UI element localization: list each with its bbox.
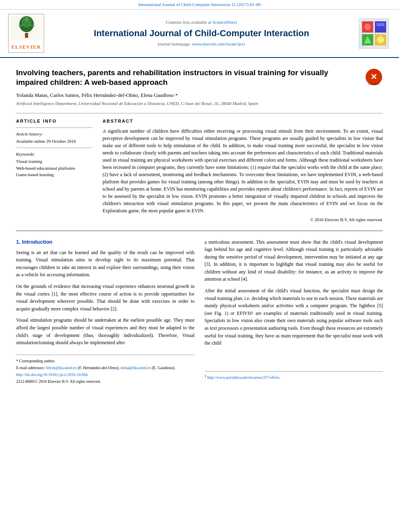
info-abstract-section: ARTICLE INFO Article history: Available … bbox=[16, 118, 383, 223]
history-label: Article history: bbox=[16, 131, 93, 137]
doi-link[interactable]: http://dx.doi.org/10.1016/j.ijcci.2016.1… bbox=[16, 372, 88, 377]
abstract-title: ABSTRACT bbox=[103, 118, 383, 124]
history-value: Available online 29 October 2016 bbox=[16, 138, 93, 144]
crossmark-logo: ✕ CrossMark bbox=[365, 68, 383, 86]
journal-homepage: journal homepage: www.elsevier.com/locat… bbox=[48, 41, 355, 47]
svg-point-12 bbox=[364, 24, 371, 30]
right-footnote-link[interactable]: http://www.portaltica.net/recursos/257/e… bbox=[207, 375, 280, 380]
email1-link[interactable]: felixh@dia.uned.es bbox=[45, 366, 77, 370]
right-para-2: After the initial assessment of the chil… bbox=[205, 287, 383, 347]
svg-rect-13 bbox=[376, 23, 385, 26]
svg-point-4 bbox=[25, 18, 28, 21]
intro-para-3: Visual stimulation programs should be un… bbox=[16, 316, 195, 346]
keyword-2: Web-based educational platforms bbox=[16, 165, 93, 172]
email2-link[interactable]: elena@dia.uned.es bbox=[121, 366, 151, 370]
article-title: Involving teachers, parents and rehabili… bbox=[16, 68, 359, 88]
elsevier-wordmark: ELSEVIER bbox=[10, 43, 42, 51]
body-divider bbox=[16, 230, 383, 231]
journal-logo-right bbox=[359, 18, 391, 49]
svg-text:CrossMark: CrossMark bbox=[368, 83, 380, 85]
authors-line: Yolanda Matas, Carlos Santos, Félix Hern… bbox=[16, 92, 383, 99]
intro-para-1: Seeing is an art that can be learned and… bbox=[16, 249, 195, 279]
sciencedirect-link[interactable]: ScienceDirect bbox=[212, 20, 237, 25]
right-footnote-line: 1 http://www.portaltica.net/recursos/257… bbox=[205, 374, 383, 380]
intro-para-2: On the grounds of evidence that increasi… bbox=[16, 283, 195, 312]
right-body-col: a meticulous assessment. This assessment… bbox=[205, 238, 383, 386]
right-para-1: a meticulous assessment. This assessment… bbox=[205, 238, 383, 283]
journal-header: ELSEVIER Contents lists available at Sci… bbox=[0, 10, 399, 58]
top-bar-text: International Journal of Child-Computer … bbox=[138, 2, 261, 7]
info-divider bbox=[16, 127, 93, 128]
footnote-superscript: 1 bbox=[205, 374, 206, 378]
doi-line: http://dx.doi.org/10.1016/j.ijcci.2016.1… bbox=[16, 372, 195, 378]
issn-line: 2212-8689/© 2016 Elsevier B.V. All right… bbox=[16, 379, 195, 384]
intro-heading: 1. Introduction bbox=[16, 238, 195, 246]
journal-logo-image bbox=[359, 18, 389, 49]
article-title-section: Involving teachers, parents and rehabili… bbox=[16, 68, 383, 88]
email-addresses-line: E-mail addresses: felixh@dia.uned.es (F.… bbox=[16, 365, 195, 371]
svg-rect-1 bbox=[25, 33, 28, 38]
abstract-panel: ABSTRACT A significant number of childre… bbox=[103, 118, 383, 223]
body-section: 1. Introduction Seeing is an art that ca… bbox=[16, 238, 383, 386]
copyright-line: © 2016 Elsevier B.V. All rights reserved… bbox=[103, 217, 383, 223]
right-footnote: 1 http://www.portaltica.net/recursos/257… bbox=[205, 371, 383, 380]
left-body-col: 1. Introduction Seeing is an art that ca… bbox=[16, 238, 195, 386]
keywords-label: Keywords: bbox=[16, 151, 93, 157]
contents-available: Contents lists available at ScienceDirec… bbox=[48, 19, 355, 25]
article-info-panel: ARTICLE INFO Article history: Available … bbox=[16, 118, 93, 223]
header-divider bbox=[16, 113, 383, 113]
keyword-3: Game-based learning bbox=[16, 171, 93, 178]
abstract-text: A significant number of children have di… bbox=[103, 127, 383, 214]
top-bar: International Journal of Child-Computer … bbox=[0, 0, 399, 10]
article-info-title: ARTICLE INFO bbox=[16, 118, 93, 124]
corresponding-label: * Corresponding author. bbox=[16, 358, 195, 364]
homepage-link[interactable]: www.elsevier.com/locate/ijcci bbox=[192, 41, 245, 46]
keyword-1: Visual training bbox=[16, 158, 93, 165]
svg-text:✕: ✕ bbox=[370, 72, 377, 81]
elsevier-logo: ELSEVIER bbox=[8, 14, 44, 53]
footnote-section-left: * Corresponding author. E-mail addresses… bbox=[16, 355, 195, 384]
keywords-divider bbox=[16, 148, 93, 148]
journal-main-title: International Journal of Child-Computer … bbox=[48, 27, 355, 40]
affiliation-line: Artificial Intelligence Department, Univ… bbox=[16, 101, 383, 107]
journal-title-block: Contents lists available at ScienceDirec… bbox=[48, 19, 355, 47]
svg-point-15 bbox=[377, 36, 384, 43]
